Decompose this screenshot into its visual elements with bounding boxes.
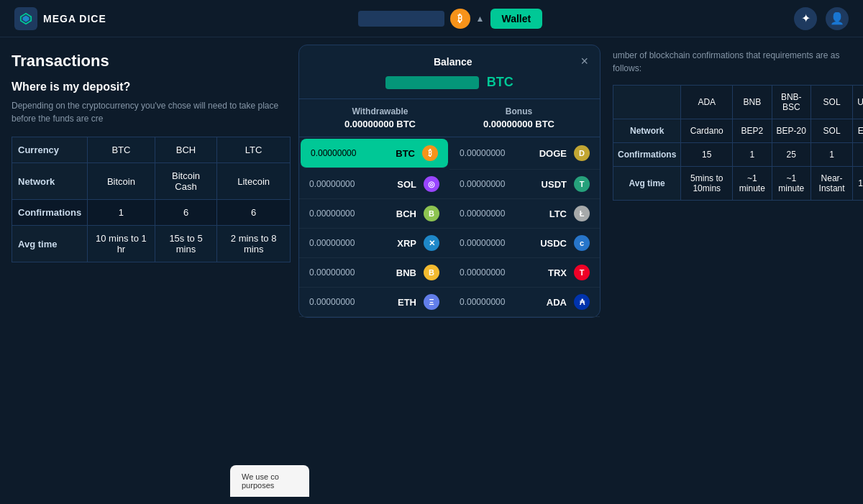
currency-amount: 0.00000000	[309, 267, 355, 278]
currency-item-btc[interactable]: 0.00000000 BTC ₿	[301, 139, 448, 168]
col-header-currency: Currency	[12, 137, 88, 163]
currency-right: TRX T	[548, 265, 590, 280]
currency-right: LTC Ł	[549, 206, 590, 221]
currency-icon-ltc: Ł	[574, 206, 590, 221]
currency-amount: 0.00000000	[460, 148, 505, 158]
logo: MEGA DICE	[14, 7, 106, 30]
bottom-hint: We use co purposes	[230, 465, 309, 497]
balance-bar	[358, 11, 444, 27]
currency-icon-btc: ₿	[422, 145, 438, 161]
currency-icon-xrp: ✕	[424, 235, 439, 251]
network-bch: Bitcoin Cash	[155, 163, 217, 200]
right-row-time: Avg time	[613, 167, 681, 201]
currency-right: BCH B	[396, 206, 439, 221]
col-header-bch: BCH	[155, 137, 217, 163]
balance-blur	[385, 76, 479, 89]
logo-icon	[14, 7, 37, 30]
chevron-up-icon[interactable]: ▲	[476, 14, 485, 24]
page-title: Transactions	[12, 52, 291, 70]
network-btc: Bitcoin	[88, 163, 155, 200]
withdrawable-value: 0.00000000 BTC	[344, 119, 416, 129]
currency-name: USDC	[540, 238, 567, 249]
currency-amount: 0.00000000	[460, 179, 505, 189]
header-center: ₿ ▲ Wallet	[358, 9, 543, 29]
right-conf-bnb: 1	[733, 143, 772, 167]
currency-name: USDT	[542, 179, 567, 190]
header-right: ✦ 👤	[794, 7, 849, 30]
right-conf-u	[853, 143, 863, 167]
currency-icon-usdt: T	[574, 176, 590, 192]
right-time-bnbbsc: ~1 minute	[772, 167, 811, 201]
right-desc: umber of blockchain confirmations that r…	[613, 49, 863, 75]
currency-right: BNB B	[396, 265, 439, 280]
right-network-bnbbsc: BEP-20	[772, 119, 811, 143]
left-panel: Transactions Where is my deposit? Depend…	[0, 37, 302, 504]
currency-amount: 0.00000000	[311, 148, 356, 158]
right-col-bnbbsc: BNB-BSC	[772, 86, 811, 119]
currency-icon-bnb: B	[424, 265, 439, 280]
wallet-header: Balance ×	[299, 45, 600, 69]
currency-item-sol[interactable]: 0.00000000 SOL ◎	[299, 170, 449, 199]
deposit-heading: Where is my deposit?	[12, 81, 291, 93]
currency-name: ADA	[547, 297, 567, 308]
currency-name: BTC	[396, 148, 415, 159]
close-button[interactable]: ×	[580, 54, 588, 69]
currency-amount: 0.00000000	[460, 267, 505, 278]
time-btc: 10 mins to 1 hr	[88, 226, 155, 262]
balance-currency: BTC	[487, 75, 513, 89]
currency-icon-trx: T	[574, 265, 590, 280]
svg-marker-1	[23, 15, 29, 22]
currency-item-xrp[interactable]: 0.00000000 XRP ✕	[299, 229, 449, 258]
star-icon[interactable]: ✦	[794, 7, 817, 30]
currency-item-bnb[interactable]: 0.00000000 BNB B	[299, 258, 449, 288]
right-conf-ada: 15	[681, 143, 733, 167]
currency-item-trx[interactable]: 0.00000000 TRX T	[449, 258, 600, 288]
right-col-u: U	[853, 86, 863, 119]
balance-display: BTC	[299, 69, 600, 99]
time-ltc: 2 mins to 8 mins	[217, 226, 291, 262]
right-conf-bnbbsc: 25	[772, 143, 811, 167]
network-ltc: Litecoin	[217, 163, 291, 200]
currency-item-bch[interactable]: 0.00000000 BCH B	[299, 199, 449, 229]
right-col-empty	[613, 86, 681, 119]
currency-right: SOL ◎	[397, 176, 439, 192]
currency-right: XRP ✕	[397, 235, 439, 251]
right-time-ada: 5mins to 10mins	[681, 167, 733, 201]
currency-item-ada[interactable]: 0.00000000 ADA ₳	[449, 288, 600, 317]
user-icon[interactable]: 👤	[826, 7, 849, 30]
currency-name: BCH	[396, 209, 416, 219]
currency-name: XRP	[397, 238, 416, 249]
right-network-ada: Cardano	[681, 119, 733, 143]
currency-item-ltc[interactable]: 0.00000000 LTC Ł	[449, 199, 600, 229]
right-network-sol: SOL	[811, 119, 852, 143]
wallet-panel: Balance × BTC Withdrawable 0.00000000 BT…	[298, 45, 601, 318]
currency-item-eth[interactable]: 0.00000000 ETH Ξ	[299, 288, 449, 317]
currency-amount: 0.00000000	[309, 297, 355, 307]
wallet-button[interactable]: Wallet	[490, 9, 543, 29]
currency-name: ETH	[398, 297, 416, 308]
logo-text: MEGA DICE	[43, 13, 106, 24]
crypto-table: Currency BTC BCH LTC Network Bitcoin Bit…	[12, 137, 291, 262]
currency-icon-doge: D	[574, 145, 590, 161]
right-network-e: E	[853, 119, 863, 143]
currency-amount: 0.00000000	[460, 238, 505, 248]
row-label-avgtime: Avg time	[12, 226, 88, 262]
row-label-confirmations: Confirmations	[12, 200, 88, 226]
currency-item-usdt[interactable]: 0.00000000 USDT T	[449, 170, 600, 199]
conf-bch: 6	[155, 200, 217, 226]
right-row-conf: Confirmations	[613, 143, 681, 167]
currency-item-doge[interactable]: 0.00000000 DOGE D	[449, 137, 600, 170]
right-panel: umber of blockchain confirmations that r…	[604, 37, 863, 212]
currency-list: 0.00000000 BTC ₿ 0.00000000 DOGE D 0.000…	[299, 137, 600, 317]
bonus-col: Bonus 0.00000000 BTC	[483, 106, 554, 129]
bottom-hint-text: We use co purposes	[242, 472, 279, 490]
deposit-desc: Depending on the cryptocurrency you've c…	[12, 99, 291, 125]
currency-item-usdc[interactable]: 0.00000000 USDC c	[449, 229, 600, 258]
bonus-value: 0.00000000 BTC	[483, 119, 554, 129]
col-header-btc: BTC	[88, 137, 155, 163]
withdrawable-col: Withdrawable 0.00000000 BTC	[344, 106, 416, 129]
currency-icon-bch: B	[424, 206, 439, 221]
currency-icon-sol: ◎	[424, 176, 439, 192]
currency-name: TRX	[548, 267, 567, 278]
currency-amount: 0.00000000	[309, 179, 355, 189]
